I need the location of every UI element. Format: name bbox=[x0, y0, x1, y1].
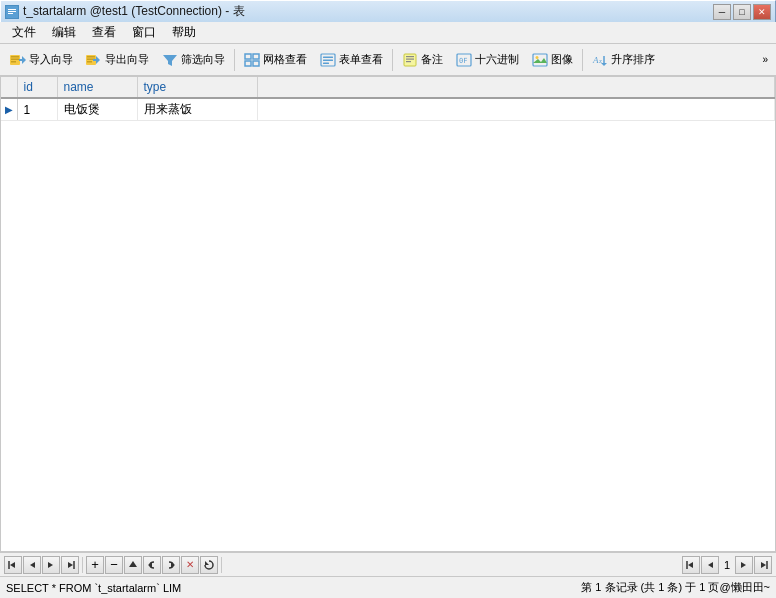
svg-marker-8 bbox=[19, 56, 26, 64]
nav-next-button[interactable] bbox=[42, 556, 60, 574]
svg-marker-51 bbox=[761, 562, 766, 568]
svg-rect-5 bbox=[11, 56, 19, 58]
import-button[interactable]: 导入向导 bbox=[4, 47, 79, 73]
title-bar-left: t_startalarm @test1 (TestConnection) - 表 bbox=[5, 3, 245, 20]
svg-rect-21 bbox=[323, 59, 333, 61]
cell-id[interactable]: 1 bbox=[17, 98, 57, 121]
svg-marker-46 bbox=[205, 561, 209, 565]
main-area: id name type ▶ 1 电饭煲 bbox=[0, 76, 776, 552]
memo-button[interactable]: 备注 bbox=[396, 47, 449, 73]
nav-refresh-button[interactable] bbox=[200, 556, 218, 574]
page-number: 1 bbox=[720, 559, 734, 571]
sort-icon: A z bbox=[592, 53, 608, 67]
maximize-button[interactable]: □ bbox=[733, 4, 751, 20]
cell-type[interactable]: 用来蒸饭 bbox=[137, 98, 257, 121]
delete-icon: − bbox=[110, 558, 118, 571]
title-bar: t_startalarm @test1 (TestConnection) - 表… bbox=[0, 0, 776, 22]
form-icon bbox=[320, 53, 336, 67]
nav-sep-1 bbox=[82, 557, 83, 573]
menu-file[interactable]: 文件 bbox=[4, 22, 44, 43]
nav-first-button[interactable] bbox=[4, 556, 22, 574]
separator-3 bbox=[582, 49, 583, 71]
separator-2 bbox=[392, 49, 393, 71]
nav-prev-button[interactable] bbox=[23, 556, 41, 574]
nav-add-button[interactable]: + bbox=[86, 556, 104, 574]
page-prev-button[interactable] bbox=[701, 556, 719, 574]
hex-button[interactable]: 0F 十六进制 bbox=[450, 47, 525, 73]
form-view-button[interactable]: 表单查看 bbox=[314, 47, 389, 73]
svg-rect-17 bbox=[245, 61, 251, 66]
memo-label: 备注 bbox=[421, 52, 443, 67]
title-buttons[interactable]: ─ □ ✕ bbox=[713, 4, 771, 20]
nav-cancel-button[interactable]: ✕ bbox=[181, 556, 199, 574]
separator-1 bbox=[234, 49, 235, 71]
svg-rect-7 bbox=[11, 61, 16, 63]
nav-up-button[interactable] bbox=[124, 556, 142, 574]
col-header-type[interactable]: type bbox=[137, 77, 257, 98]
minimize-button[interactable]: ─ bbox=[713, 4, 731, 20]
svg-rect-24 bbox=[406, 56, 414, 57]
page-first-button[interactable] bbox=[682, 556, 700, 574]
nav-undo-button[interactable] bbox=[143, 556, 161, 574]
page-last-button[interactable] bbox=[754, 556, 772, 574]
export-button[interactable]: 导出向导 bbox=[80, 47, 155, 73]
svg-text:0F: 0F bbox=[459, 57, 467, 65]
svg-rect-1 bbox=[8, 9, 16, 10]
svg-marker-14 bbox=[163, 55, 177, 66]
app-icon bbox=[5, 5, 19, 19]
svg-text:A: A bbox=[592, 55, 599, 65]
svg-rect-6 bbox=[11, 58, 19, 60]
add-icon: + bbox=[91, 558, 99, 571]
svg-point-30 bbox=[536, 56, 539, 59]
nav-delete-button[interactable]: − bbox=[105, 556, 123, 574]
svg-marker-50 bbox=[741, 562, 746, 568]
filter-icon bbox=[162, 53, 178, 67]
svg-marker-40 bbox=[48, 562, 53, 568]
page-next-button[interactable] bbox=[735, 556, 753, 574]
row-indicator: ▶ bbox=[1, 98, 17, 121]
svg-marker-49 bbox=[708, 562, 713, 568]
close-button[interactable]: ✕ bbox=[753, 4, 771, 20]
menu-view[interactable]: 查看 bbox=[84, 22, 124, 43]
nav-sep-2 bbox=[221, 557, 222, 573]
menu-bar: 文件 编辑 查看 窗口 帮助 bbox=[0, 22, 776, 44]
hex-icon: 0F bbox=[456, 53, 472, 67]
col-header-empty bbox=[257, 77, 775, 98]
col-header-indicator bbox=[1, 77, 17, 98]
hex-label: 十六进制 bbox=[475, 52, 519, 67]
svg-marker-43 bbox=[129, 561, 137, 567]
menu-edit[interactable]: 编辑 bbox=[44, 22, 84, 43]
image-button[interactable]: 图像 bbox=[526, 47, 579, 73]
col-header-name[interactable]: name bbox=[57, 77, 137, 98]
svg-marker-41 bbox=[68, 562, 73, 568]
image-label: 图像 bbox=[551, 52, 573, 67]
row-arrow-icon: ▶ bbox=[5, 104, 13, 115]
sort-button[interactable]: A z 升序排序 bbox=[586, 47, 661, 73]
col-header-id[interactable]: id bbox=[17, 77, 57, 98]
import-icon bbox=[10, 53, 26, 67]
grid-view-button[interactable]: 网格查看 bbox=[238, 47, 313, 73]
filter-button[interactable]: 筛选向导 bbox=[156, 47, 231, 73]
svg-rect-22 bbox=[323, 62, 329, 64]
image-icon bbox=[532, 53, 548, 67]
table-row[interactable]: ▶ 1 电饭煲 用来蒸饭 bbox=[1, 98, 775, 121]
menu-window[interactable]: 窗口 bbox=[124, 22, 164, 43]
svg-rect-12 bbox=[87, 61, 92, 63]
svg-text:z: z bbox=[599, 57, 602, 65]
window-title: t_startalarm @test1 (TestConnection) - 表 bbox=[23, 3, 245, 20]
grid-label: 网格查看 bbox=[263, 52, 307, 67]
table-container[interactable]: id name type ▶ 1 电饭煲 bbox=[1, 77, 775, 551]
form-label: 表单查看 bbox=[339, 52, 383, 67]
menu-help[interactable]: 帮助 bbox=[164, 22, 204, 43]
nav-redo-button[interactable] bbox=[162, 556, 180, 574]
cell-name[interactable]: 电饭煲 bbox=[57, 98, 137, 121]
toolbar-more[interactable]: » bbox=[758, 52, 772, 67]
nav-last-button[interactable] bbox=[61, 556, 79, 574]
svg-rect-20 bbox=[323, 56, 333, 58]
export-icon bbox=[86, 53, 102, 67]
cell-empty bbox=[257, 98, 775, 121]
nav-bar: + − ✕ 1 bbox=[0, 552, 776, 576]
cancel-icon: ✕ bbox=[186, 559, 194, 570]
status-info: 第 1 条记录 (共 1 条) 于 1 页@懒田田~ bbox=[581, 580, 770, 595]
svg-marker-48 bbox=[688, 562, 693, 568]
